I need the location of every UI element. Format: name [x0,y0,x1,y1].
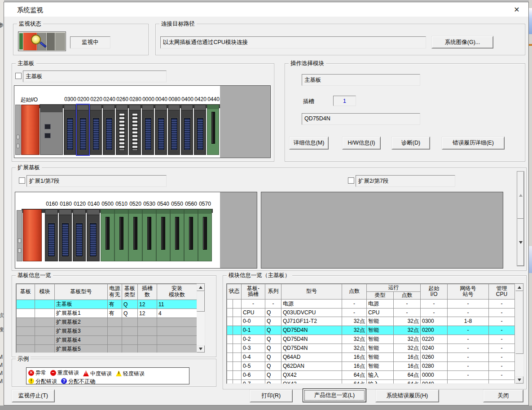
rack-slot-0570[interactable] [198,209,212,261]
table-cell[interactable] [108,318,122,327]
rack-slot-0040[interactable] [155,105,167,155]
module-info-row[interactable]: 0-2QQD75D4N32点智能32点0220-- [227,335,515,344]
table-cell[interactable]: 扩展基板1 [55,309,108,318]
table-cell[interactable] [227,370,233,379]
table-cell[interactable]: 0260 [421,353,448,362]
scroll-down-button[interactable] [517,219,524,266]
extension2-checkbox[interactable] [348,177,354,184]
table-cell[interactable] [17,309,35,318]
close-button[interactable]: ✕ [509,4,525,15]
table-cell[interactable] [233,326,242,335]
table-cell[interactable] [17,318,35,327]
scrollbar-thumb[interactable] [197,291,205,312]
table-cell[interactable] [227,353,233,362]
table-cell[interactable]: 智能 [367,362,394,370]
table-cell[interactable]: - [394,299,421,308]
table-cell[interactable]: Q [122,309,138,318]
table-cell[interactable]: - [489,379,515,384]
table-cell[interactable] [233,353,242,362]
main-base-checkbox[interactable] [15,73,22,79]
table-cell[interactable]: Q [265,370,281,379]
table-cell[interactable] [227,362,233,370]
table-cell[interactable] [35,327,55,336]
table-cell[interactable] [227,344,233,353]
table-cell[interactable]: 0-2 [242,335,265,344]
table-cell[interactable]: 32点 [342,317,367,326]
monitor-stop-button[interactable]: 监视停止(T) [12,389,55,402]
table-cell[interactable]: 扩展基板3 [55,327,108,336]
table-cell[interactable]: QD75D4N [281,326,342,335]
table-cell[interactable] [227,326,233,335]
rack-slot-0520[interactable] [128,209,142,261]
table-cell[interactable]: 32点 [394,317,421,326]
table-cell[interactable]: - [489,299,515,308]
table-cell[interactable]: CPU [367,308,394,317]
table-cell[interactable]: 32点 [394,344,421,353]
table-cell[interactable] [138,336,157,345]
table-cell[interactable]: 输入 [367,379,394,384]
table-cell[interactable] [233,335,242,344]
table-cell[interactable]: - [448,335,489,344]
table-cell[interactable] [233,299,242,308]
table-cell[interactable] [157,336,197,345]
scroll-up-button[interactable] [517,172,524,219]
table-cell[interactable]: 64点 [342,370,367,379]
scroll-up-button[interactable] [515,284,523,291]
rack-slot-0000[interactable] [142,105,154,155]
table-cell[interactable] [138,345,157,353]
table-cell[interactable]: QD75D4N [281,344,342,353]
table-cell[interactable]: 扩展基板4 [55,336,108,345]
table-cell[interactable]: Q62DAN [281,362,342,370]
system-image-button[interactable]: 系统图像(G)... [431,36,493,48]
table-cell[interactable]: - [448,370,489,379]
table-cell[interactable]: - [342,308,367,317]
table-cell[interactable]: Q [265,335,281,344]
table-cell[interactable]: 智能 [367,326,394,335]
table-cell[interactable] [157,327,197,336]
rack-slot-0080[interactable] [168,105,180,155]
module-info-row[interactable]: CPUQQ03UDVCPU-CPU---- [227,308,515,317]
table-cell[interactable]: - [242,299,265,308]
table-cell[interactable]: QJ71GF11-T2 [281,317,342,326]
scroll-up-button[interactable] [197,284,205,291]
close-dialog-button[interactable]: 关闭 [483,389,523,402]
table-cell[interactable]: 16点 [342,353,367,362]
extension-scrollbar[interactable] [517,171,524,266]
table-cell[interactable]: - [265,299,281,308]
table-cell[interactable]: 64点 [394,379,421,384]
table-cell[interactable] [157,345,197,353]
table-cell[interactable] [35,309,55,318]
module-table-scrollbar[interactable] [515,284,523,384]
table-cell[interactable] [233,308,242,317]
table-cell[interactable]: Q [265,326,281,335]
rack-slot-0440[interactable] [207,105,219,155]
table-cell[interactable] [17,345,35,353]
detail-info-button[interactable]: 详细信息(M) [289,137,329,150]
table-cell[interactable]: 扩展基板5 [55,345,108,353]
table-cell[interactable]: - [448,344,489,353]
table-cell[interactable] [157,318,197,327]
base-info-row[interactable]: 扩展基板3 [17,327,197,336]
table-cell[interactable]: 输入 [367,370,394,379]
rack-slot-0160[interactable] [45,209,58,261]
table-cell[interactable]: 32点 [394,326,421,335]
table-cell[interactable]: Q [265,379,281,384]
diagnostics-button[interactable]: 诊断(D) [391,137,430,150]
table-cell[interactable] [233,344,242,353]
base-info-row[interactable]: 扩展基板4 [17,336,197,345]
base-info-row[interactable]: 扩展基板1有Q124 [17,309,197,318]
product-info-list-button[interactable]: 产品信息一览(L) [303,388,366,402]
table-cell[interactable]: 扩展基板2 [55,318,108,327]
table-cell[interactable]: 1-8 [448,317,489,326]
print-button[interactable]: 打印(R) [250,389,293,402]
table-cell[interactable] [233,317,242,326]
table-cell[interactable] [108,336,122,345]
table-cell[interactable] [17,336,35,345]
table-cell[interactable]: 智能 [367,335,394,344]
table-cell[interactable]: - [489,335,515,344]
table-cell[interactable]: - [448,379,489,384]
table-cell[interactable]: - [489,308,515,317]
base-info-row[interactable]: 扩展基板2 [17,318,197,327]
table-cell[interactable]: 32点 [342,335,367,344]
rack-slot-0220[interactable] [90,105,102,155]
